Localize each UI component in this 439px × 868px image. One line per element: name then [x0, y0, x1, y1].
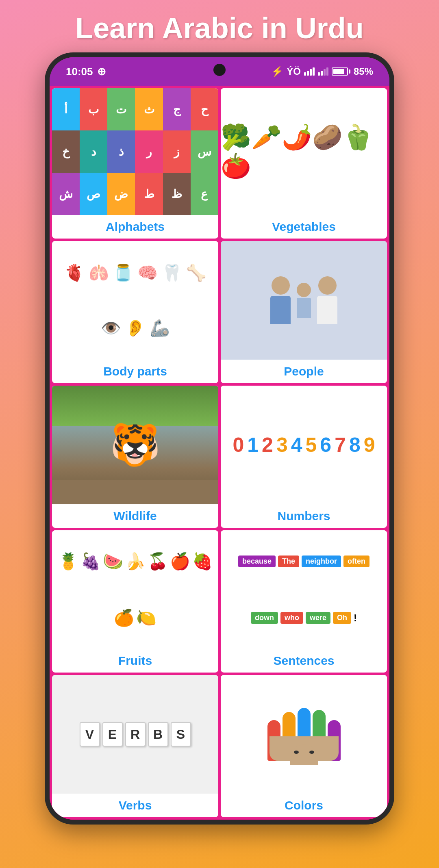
- camera-notch: [213, 64, 226, 76]
- people-image: [221, 241, 387, 360]
- phone-screen: 10:05 ⊕ ⚡ ÝÖ: [50, 57, 389, 820]
- verbs-image: V E R B S: [52, 675, 218, 794]
- numbers-image: 0 1 2 3 4 5 6 7 8 9: [221, 386, 387, 504]
- fruits-image: 🍍 🍇 🍉 🍌 🍒 🍎 🍓 🍊 🍋: [52, 530, 218, 649]
- alphabets-item[interactable]: أ ب ت ث ج ح خ د ذ ر ز س ش ص ض: [52, 88, 218, 239]
- alphabets-label: Alphabets: [103, 215, 167, 239]
- alphabets-image: أ ب ت ث ج ح خ د ذ ر ز س ش ص ض: [52, 88, 218, 215]
- wildlife-label: Wildlife: [111, 504, 159, 528]
- main-grid: أ ب ت ث ج ح خ د ذ ر ز س ش ص ض: [50, 86, 389, 820]
- bluetooth-icon: ⚡: [271, 66, 283, 77]
- globe-icon: ⊕: [97, 65, 106, 78]
- fruits-label: Fruits: [116, 649, 154, 673]
- vegetables-item[interactable]: 🥦🥕🌶️🥔🫑🍅 Vegetables: [221, 88, 387, 239]
- numbers-label: Numbers: [275, 504, 333, 528]
- body-parts-image: 🫀 🫁 🫙 🧠 🦷 🦴 👁️ 👂 🦾: [52, 241, 218, 360]
- status-left: 10:05 ⊕: [66, 65, 106, 78]
- battery-icon: [332, 67, 350, 76]
- colors-image: [221, 675, 387, 794]
- signal-bars: [304, 67, 315, 76]
- body-parts-label: Body parts: [101, 360, 170, 383]
- sentences-image: because The neighbor often down who were…: [221, 530, 387, 649]
- network-label: ÝÖ: [287, 66, 301, 77]
- vegetables-image: 🥦🥕🌶️🥔🫑🍅: [221, 88, 387, 215]
- people-item[interactable]: People: [221, 241, 387, 383]
- body-parts-item[interactable]: 🫀 🫁 🫙 🧠 🦷 🦴 👁️ 👂 🦾 Body parts: [52, 241, 218, 383]
- vegetables-label: Vegetables: [269, 215, 338, 239]
- signal-bars-2: [318, 67, 328, 76]
- sentences-item[interactable]: because The neighbor often down who were…: [221, 530, 387, 673]
- colors-label: Colors: [282, 794, 326, 817]
- status-right: ⚡ ÝÖ 85%: [271, 66, 373, 77]
- battery-percent: 85%: [354, 66, 373, 77]
- page-title: Learn Arabic in Urdu: [75, 12, 363, 44]
- sentences-label: Sentences: [271, 649, 337, 673]
- wildlife-image: 🐯: [52, 386, 218, 504]
- numbers-item[interactable]: 0 1 2 3 4 5 6 7 8 9 Numbers: [221, 386, 387, 528]
- verbs-label: Verbs: [116, 794, 154, 817]
- people-label: People: [281, 360, 326, 383]
- time-display: 10:05: [66, 65, 93, 78]
- wildlife-item[interactable]: 🐯 Wildlife: [52, 386, 218, 528]
- phone-frame: 10:05 ⊕ ⚡ ÝÖ: [45, 52, 394, 825]
- colors-item[interactable]: Colors: [221, 675, 387, 817]
- verbs-item[interactable]: V E R B S Verbs: [52, 675, 218, 817]
- fruits-item[interactable]: 🍍 🍇 🍉 🍌 🍒 🍎 🍓 🍊 🍋 Fruits: [52, 530, 218, 673]
